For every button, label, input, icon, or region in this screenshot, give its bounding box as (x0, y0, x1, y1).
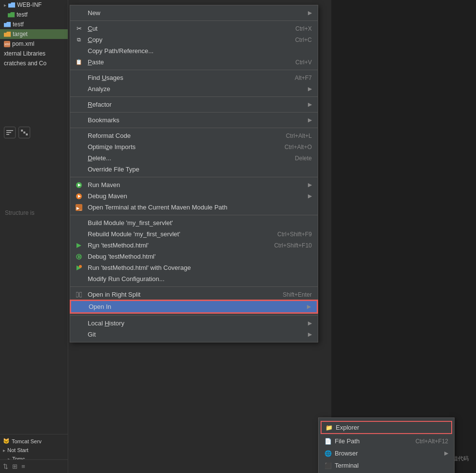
menu-item-modify-run[interactable]: Modify Run Configuration... (70, 273, 318, 284)
sidebar-item-testf[interactable]: testf (0, 10, 68, 19)
refactor-icon (75, 101, 83, 109)
menu-item-label: Find Usages (88, 74, 123, 81)
bottom-panel: 🐱 Tomcat Serv ▸ Not Start ▸ Tomc ⊞ ! ⇅ ⊞… (0, 434, 68, 473)
sidebar-item-webinf[interactable]: ▸ WEB-INF (0, 0, 68, 10)
menu-item-cut[interactable]: ✂ Cut Ctrl+X (70, 23, 318, 34)
file-path-icon: 📄 (324, 438, 332, 445)
sidebar-item-label: xternal Libraries (4, 50, 45, 57)
sidebar-item-label: target (13, 31, 28, 38)
coverage-icon (75, 264, 83, 272)
sidebar-item-label: pom.xml (12, 40, 34, 47)
menu-item-label: Copy (88, 36, 102, 43)
tool-buttons-area (4, 127, 30, 138)
sidebar-item-tomcat-serv[interactable]: 🐱 Tomcat Serv (0, 436, 68, 446)
menu-item-copy[interactable]: ⧉ Copy Ctrl+C (70, 34, 318, 45)
menu-item-find-usages[interactable]: Find Usages Alt+F7 (70, 72, 318, 83)
hierarchy-button[interactable] (19, 127, 30, 138)
menu-item-open-right-split[interactable]: Open in Right Split Shift+Enter (70, 289, 318, 300)
menu-item-run-test[interactable]: Run 'testMethod.html' Ctrl+Shift+F10 (70, 240, 318, 251)
menu-item-build-module[interactable]: Build Module 'my_first_servlet' (70, 217, 318, 228)
menu-item-label: Override File Type (88, 166, 139, 173)
open-right-split-shortcut: Shift+Enter (273, 291, 312, 298)
arrow-icon: ▶ (308, 101, 312, 108)
run-test-shortcut: Ctrl+Shift+F10 (265, 242, 312, 249)
menu-item-rebuild-module[interactable]: Rebuild Module 'my_first_servlet' Ctrl+S… (70, 228, 318, 240)
globe-icon: 🌐 (324, 450, 332, 457)
folder-icon (8, 2, 15, 8)
cut-icon: ✂ (75, 25, 83, 33)
menu-item-reformat-code[interactable]: Reformat Code Ctrl+Alt+L (70, 130, 318, 141)
find-usages-shortcut: Alt+F7 (285, 75, 312, 81)
sidebar-item-label: WEB-INF (17, 1, 42, 8)
submenu-open-in: 📁 Explorer 📄 File Path Ctrl+Alt+F12 🌐 Br… (318, 417, 455, 473)
copy-icon: ⧉ (75, 36, 83, 44)
paste-shortcut: Ctrl+V (286, 59, 312, 66)
submenu-item-label: File Path (335, 437, 360, 445)
build-icon (75, 219, 83, 227)
svg-marker-12 (76, 243, 81, 248)
reformat-shortcut: Ctrl+Alt+L (276, 132, 312, 139)
folder-icon (4, 22, 11, 27)
context-menu: New ▶ ✂ Cut Ctrl+X ⧉ Copy Ctrl+C Copy Pa… (70, 5, 318, 342)
menu-item-debug-test[interactable]: Debug 'testMethod.html' (70, 251, 318, 262)
menu-item-delete[interactable]: Delete... Delete (70, 152, 318, 164)
menu-item-bookmarks[interactable]: Bookmarks ▶ (70, 114, 318, 126)
paste-icon: 📋 (75, 58, 83, 66)
filter-icon[interactable]: ≡ (21, 463, 25, 470)
sidebar-item-not-start[interactable]: ▸ Not Start (0, 446, 68, 454)
sidebar-item-pomxml[interactable]: xml pom.xml (0, 39, 68, 49)
arrow-icon: ▶ (308, 117, 312, 123)
terminal-maven-icon: ▶_ (75, 204, 83, 211)
submenu-item-browser[interactable]: 🌐 Browser ▶ (319, 447, 454, 459)
hierarchy-icon[interactable]: ⊞ (12, 463, 18, 470)
separator-6 (70, 177, 318, 177)
menu-item-label: Reformat Code (88, 132, 131, 139)
sidebar-item-test[interactable]: testf (0, 19, 68, 29)
sort-icon[interactable]: ⇅ (3, 463, 8, 470)
sidebar-item-label: testf (13, 21, 24, 28)
menu-item-analyze[interactable]: Analyze ▶ (70, 83, 318, 95)
chevron-down-icon: ▸ (3, 448, 5, 453)
svg-point-17 (79, 265, 82, 268)
menu-item-override-file-type[interactable]: Override File Type (70, 164, 318, 175)
submenu-item-file-path[interactable]: 📄 File Path Ctrl+Alt+F12 (319, 435, 454, 447)
menu-item-label: Local History (88, 320, 124, 327)
structure-text: Structure is (5, 209, 35, 216)
submenu-item-explorer[interactable]: 📁 Explorer (321, 421, 452, 434)
menu-item-label: Run 'testMethod.html' with Coverage (88, 264, 191, 271)
menu-item-debug-maven[interactable]: Debug Maven ▶ (70, 190, 318, 202)
sidebar-item-scratches[interactable]: cratches and Co (0, 58, 68, 68)
modify-run-icon (75, 275, 83, 283)
menu-item-run-maven[interactable]: Run Maven ▶ (70, 179, 318, 190)
copy-shortcut: Ctrl+C (286, 37, 312, 43)
folder-green-icon (8, 12, 15, 18)
menu-item-label: Debug Maven (88, 192, 127, 200)
bottom-toolbar: ⇅ ⊞ ≡ (0, 459, 68, 473)
menu-item-local-history[interactable]: Local History ▶ (70, 318, 318, 329)
menu-item-label: Run Maven (88, 181, 120, 189)
sidebar-item-ext-libraries[interactable]: xternal Libraries (0, 49, 68, 58)
sidebar-item-label: Tomcat Serv (12, 438, 41, 444)
sidebar-item-label: testf (17, 11, 28, 18)
analyze-icon (75, 85, 83, 93)
override-icon (75, 166, 83, 173)
copy-path-icon (75, 47, 83, 55)
tomcat-icon: 🐱 (3, 438, 10, 444)
menu-item-label: Open in Right Split (88, 291, 140, 298)
menu-item-new[interactable]: New ▶ (70, 7, 318, 19)
reformat-icon (75, 132, 83, 140)
svg-rect-18 (76, 292, 78, 297)
sidebar-item-target[interactable]: target (0, 29, 68, 39)
menu-item-open-in[interactable]: Open In ▶ (70, 300, 318, 313)
menu-item-refactor[interactable]: Refactor ▶ (70, 99, 318, 110)
submenu-item-terminal[interactable]: ⬛ Terminal (319, 459, 454, 472)
menu-item-run-coverage[interactable]: Run 'testMethod.html' with Coverage (70, 262, 318, 273)
sort-button[interactable] (4, 127, 16, 138)
menu-item-copy-path[interactable]: Copy Path/Reference... (70, 45, 318, 57)
menu-item-optimize-imports[interactable]: Optimize Imports Ctrl+Alt+O (70, 141, 318, 152)
menu-item-git[interactable]: Git ▶ (70, 329, 318, 340)
svg-rect-19 (79, 292, 82, 297)
menu-item-paste[interactable]: 📋 Paste Ctrl+V (70, 57, 318, 68)
right-panel (331, 0, 476, 473)
menu-item-open-terminal-maven[interactable]: ▶_ Open Terminal at the Current Maven Mo… (70, 202, 318, 213)
